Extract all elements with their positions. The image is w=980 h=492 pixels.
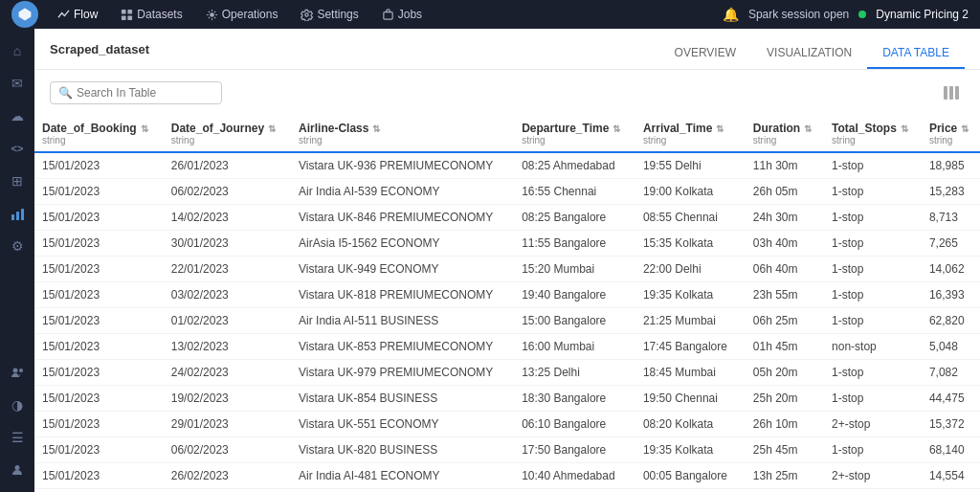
table-cell: 08:25 Ahmedabad <box>514 152 635 179</box>
table-cell: 15/01/2023 <box>34 257 164 282</box>
svg-rect-8 <box>11 214 14 220</box>
table-cell: 10:40 Ahmedabad <box>514 463 635 489</box>
table-cell: 19:50 Chennai <box>635 386 746 412</box>
table-cell: 25h 20m <box>746 386 824 412</box>
table-cell: 11h 30m <box>746 152 824 179</box>
logo[interactable] <box>11 1 38 28</box>
table-cell: 1-stop <box>824 152 922 179</box>
column-selector-icon[interactable] <box>938 79 965 106</box>
col-date-journey[interactable]: Date_of_Journey ⇅ string <box>164 116 291 152</box>
table-cell: Vistara UK-820 BUSINESS <box>291 437 514 463</box>
plugin-icon[interactable]: ⊞ <box>3 167 32 195</box>
table-cell: 15/01/2023 <box>34 308 164 334</box>
table-cell: 01/02/2023 <box>164 308 291 334</box>
table-cell: 18,985 <box>922 152 980 179</box>
table-cell: 19:55 Delhi <box>635 152 746 179</box>
tab-data-table[interactable]: DATA TABLE <box>867 38 965 69</box>
table-cell: 01h 45m <box>746 334 824 360</box>
table-cell: Vistara UK-979 PREMIUMECONOMY <box>291 360 514 386</box>
table-cell: 19:00 Kolkata <box>635 179 746 205</box>
table-cell: 1-stop <box>824 308 922 334</box>
col-price[interactable]: Price ⇅ string <box>922 116 980 152</box>
table-cell: 15,372 <box>922 412 980 437</box>
table-cell: 23h 25m <box>746 489 824 493</box>
svg-rect-7 <box>384 11 392 18</box>
table-cell: 08:25 Bangalore <box>514 205 635 231</box>
svg-rect-16 <box>955 86 959 100</box>
code-icon[interactable]: <> <box>3 134 32 163</box>
table-cell: 05h 20m <box>746 360 824 386</box>
nav-right: 🔔 Spark session open Dynamic Pricing 2 <box>723 7 969 22</box>
table-cell: 1-stop <box>824 360 922 386</box>
table-cell: 1-stop <box>824 386 922 412</box>
table-cell: Vistara UK-846 PREMIUMECONOMY <box>291 205 514 231</box>
nav-settings[interactable]: Settings <box>289 0 369 29</box>
col-arrival-time[interactable]: Arrival_Time ⇅ string <box>635 116 746 152</box>
table-row[interactable]: 15/01/202324/02/2023Vistara UK-979 PREMI… <box>34 360 980 386</box>
table-cell: 15/01/2023 <box>34 437 164 463</box>
table-cell: 11:55 Bangalore <box>514 231 635 257</box>
data-table-container[interactable]: Date_of_Booking ⇅ string Date_of_Journey… <box>34 116 980 492</box>
project-name[interactable]: Dynamic Pricing 2 <box>876 8 969 21</box>
table-cell: AirAsia I5-1562 ECONOMY <box>291 231 514 257</box>
bell-icon[interactable]: 🔔 <box>723 7 739 22</box>
search-input[interactable] <box>77 86 213 100</box>
list2-icon[interactable]: ☰ <box>3 423 32 452</box>
table-cell: 08:55 Chennai <box>635 205 746 231</box>
col-duration[interactable]: Duration ⇅ string <box>746 116 824 152</box>
table-row[interactable]: 15/01/202306/02/2023Vistara UK-820 BUSIN… <box>34 437 980 463</box>
table-cell: 15/01/2023 <box>34 282 164 308</box>
col-airline-class[interactable]: Airline-Class ⇅ string <box>291 116 514 152</box>
table-cell: 24/02/2023 <box>164 360 291 386</box>
spark-session-label: Spark session open <box>748 8 849 21</box>
table-toolbar: 🔍 <box>34 70 980 116</box>
settings-icon[interactable]: ⚙ <box>3 232 32 260</box>
mail-icon[interactable]: ✉ <box>3 69 32 98</box>
col-total-stops[interactable]: Total_Stops ⇅ string <box>824 116 922 152</box>
table-row[interactable]: 15/01/202301/02/2023Air India AI-511 BUS… <box>34 308 980 334</box>
nav-flow[interactable]: Flow <box>46 0 109 29</box>
table-cell: 19:35 Kolkata <box>635 282 746 308</box>
nav-jobs[interactable]: Jobs <box>370 0 434 29</box>
contrast-icon[interactable]: ◑ <box>3 391 32 419</box>
table-row[interactable]: 15/01/202314/02/2023Vistara UK-846 PREMI… <box>34 205 980 231</box>
col-date-booking[interactable]: Date_of_Booking ⇅ string <box>34 116 164 152</box>
top-navigation: Flow Datasets Operations Settings Jobs 🔔… <box>0 0 980 29</box>
tab-overview[interactable]: OVERVIEW <box>659 38 751 69</box>
table-cell: Vistara UK-708 PREMIUMECONOMY <box>291 489 514 493</box>
svg-point-12 <box>19 369 23 372</box>
nav-operations[interactable]: Operations <box>194 0 290 29</box>
table-cell: 68,140 <box>922 437 980 463</box>
table-cell: Vistara UK-818 PREMIUMECONOMY <box>291 282 514 308</box>
table-row[interactable]: 15/01/202319/02/2023Vistara UK-854 BUSIN… <box>34 386 980 412</box>
search-box[interactable]: 🔍 <box>50 81 222 104</box>
table-row[interactable]: 15/01/202326/02/2023Air India AI-481 ECO… <box>34 463 980 489</box>
users-icon[interactable] <box>3 358 32 387</box>
cloud-icon[interactable]: ☁ <box>3 101 32 130</box>
table-row[interactable]: 15/01/202330/01/2023AirAsia I5-1562 ECON… <box>34 231 980 257</box>
table-row[interactable]: 15/01/202326/01/2023Vistara UK-936 PREMI… <box>34 152 980 179</box>
table-cell: 26/01/2023 <box>164 152 291 179</box>
table-row[interactable]: 15/01/202303/03/2023Vistara UK-708 PREMI… <box>34 489 980 493</box>
user-icon[interactable] <box>3 456 32 484</box>
table-row[interactable]: 15/01/202322/01/2023Vistara UK-949 ECONO… <box>34 257 980 282</box>
table-row[interactable]: 15/01/202306/02/2023Air India AI-539 ECO… <box>34 179 980 205</box>
view-tabs: OVERVIEW VISUALIZATION DATA TABLE <box>659 38 965 69</box>
table-cell: 13/02/2023 <box>164 334 291 360</box>
home-icon[interactable]: ⌂ <box>3 36 32 65</box>
table-cell: 2+-stop <box>824 412 922 437</box>
table-cell: 15/01/2023 <box>34 334 164 360</box>
table-cell: 15/01/2023 <box>34 412 164 437</box>
nav-datasets[interactable]: Datasets <box>109 0 193 29</box>
table-cell: 1-stop <box>824 205 922 231</box>
svg-point-11 <box>12 368 17 372</box>
table-cell: 44,475 <box>922 386 980 412</box>
chart-icon[interactable] <box>3 199 32 228</box>
tab-visualization[interactable]: VISUALIZATION <box>751 38 867 69</box>
table-row[interactable]: 15/01/202303/02/2023Vistara UK-818 PREMI… <box>34 282 980 308</box>
table-cell: 15/01/2023 <box>34 152 164 179</box>
table-cell: 03/03/2023 <box>164 489 291 493</box>
table-row[interactable]: 15/01/202313/02/2023Vistara UK-853 PREMI… <box>34 334 980 360</box>
col-departure-time[interactable]: Departure_Time ⇅ string <box>514 116 635 152</box>
table-row[interactable]: 15/01/202329/01/2023Vistara UK-551 ECONO… <box>34 412 980 437</box>
